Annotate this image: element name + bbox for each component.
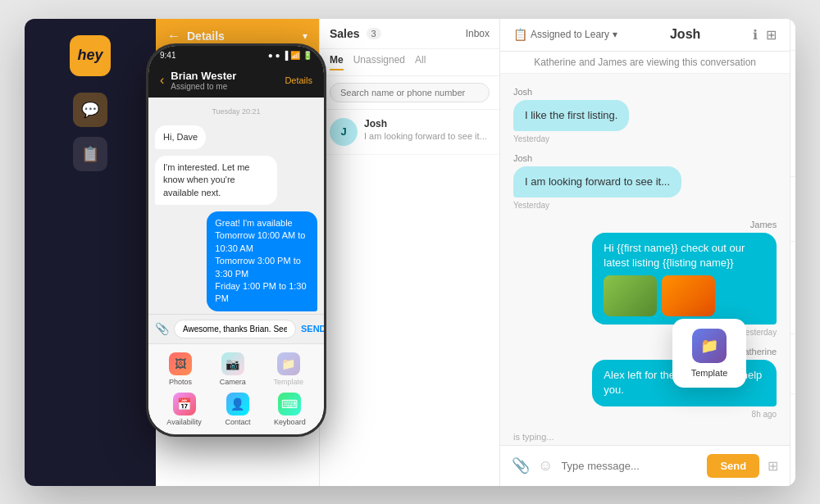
phone-contact-sub: Assigned to me [171, 82, 236, 91]
chat-header: 📋 Assigned to Leary ▾ Josh ℹ ⊞ [500, 19, 790, 52]
phone-time: 9:41 [160, 51, 175, 60]
phone-chat-header: ‹ Brian Wester Assigned to me Details [148, 63, 324, 98]
attachment-icon[interactable]: 📎 [512, 456, 530, 474]
toolbar-contact[interactable]: 👤 Contact [225, 393, 250, 426]
template-icon: 📁 [277, 352, 300, 375]
avatar: J [330, 118, 358, 146]
photos-label: Photos [169, 378, 192, 386]
toolbar-template[interactable]: 📁 Template [274, 352, 304, 386]
message-bubble: I like the first listing. [513, 100, 629, 131]
inbox-button[interactable]: Inbox [466, 28, 490, 39]
back-button[interactable]: ← [167, 29, 180, 43]
profile-section: 👤 StillHere Josh 510-555-3662 Last conta… [790, 51, 795, 177]
sidebar-chat-icon[interactable]: 💬 [73, 93, 107, 127]
phone-screen: 9:41 ● ● ▐ 📶 🔋 ‹ Brian Wester Assigned t… [148, 46, 324, 434]
message-time: Yesterday [513, 134, 777, 143]
emoji-icon[interactable]: ☺ [538, 457, 553, 474]
keyboard-icon: ⌨ [278, 393, 301, 415]
app-container: hey 💬 📋 ← Details ▾ Christopher Dawson (… [25, 19, 795, 486]
phone-message: Hi, Dave [155, 125, 206, 149]
info-icon[interactable]: ℹ [753, 27, 758, 43]
chat-messages: Josh I like the first listing. Yesterday… [500, 74, 790, 429]
availability-icon: 📅 [173, 393, 196, 415]
phone-chat-body: Tuesday 20:21 Hi, Dave I'm interested. L… [148, 98, 324, 314]
photos-icon: 🖼 [169, 352, 192, 375]
template-popup-label: Template [682, 368, 736, 378]
lists-section: Lists VIP San Francisco [790, 242, 795, 334]
send-button[interactable]: Send [707, 454, 759, 478]
phone-message: I'm interested. Let me know when you're … [155, 156, 277, 205]
typing-indicator: is typing... [500, 429, 790, 445]
phone-input-area: 📎 SEND [148, 314, 324, 343]
chat-input-area: 📎 ☺ Send ⊞ [500, 445, 790, 486]
search-input[interactable] [330, 83, 490, 102]
tab-me[interactable]: Me [330, 54, 344, 70]
phone-attachment-icon[interactable]: 📎 [155, 322, 169, 335]
camera-icon: 📷 [221, 352, 244, 375]
phone-overlay: 9:41 ● ● ▐ 📶 🔋 ‹ Brian Wester Assigned t… [146, 43, 326, 437]
chat-title: Josh [670, 27, 700, 42]
conversations-tabs: Me Unassigned All [320, 49, 499, 76]
wifi-icon: ▾ [303, 30, 308, 42]
camera-label: Camera [220, 378, 246, 386]
contact-icon: 👤 [226, 393, 249, 415]
conversations-panel: Sales 3 Inbox Me Unassigned All J Josh I… [320, 19, 500, 486]
conversations-title: Sales [330, 27, 360, 40]
availability-label: Availability [166, 418, 201, 426]
phone-toolbar-row-1: 🖼 Photos 📷 Camera 📁 Template [148, 349, 324, 389]
toolbar-keyboard[interactable]: ⌨ Keyboard [274, 393, 306, 426]
sidebar: hey 💬 📋 [25, 19, 156, 486]
shared-media-section: Shared media [790, 177, 795, 242]
header-icons: ℹ ⊞ [753, 27, 777, 43]
message-images [604, 275, 765, 316]
phone-contact-name: Brian Wester [171, 70, 236, 82]
message-sender: Josh [513, 153, 777, 163]
message-time: 8h ago [513, 410, 777, 419]
toolbar-photos[interactable]: 🖼 Photos [169, 352, 192, 386]
chat-area: 📋 Assigned to Leary ▾ Josh ℹ ⊞ Katherine… [500, 19, 790, 486]
message-group: Josh I am looking forward to see it... Y… [513, 153, 777, 210]
conversations-search [320, 76, 499, 110]
assigned-label: 📋 Assigned to Leary ▾ [513, 28, 617, 41]
phone-message-input[interactable] [174, 320, 296, 338]
phone-toolbar-row-2: 📅 Availability 👤 Contact ⌨ Keyboard [148, 389, 324, 429]
phone-signal: ● ● ▐ 📶 🔋 [268, 51, 312, 60]
message-group: Josh I like the first listing. Yesterday [513, 87, 777, 143]
message-time: Yesterday [513, 201, 777, 210]
tab-all[interactable]: All [415, 54, 426, 70]
notes-section: Notes [790, 334, 795, 394]
toolbar-camera[interactable]: 📷 Camera [220, 352, 246, 386]
conversations-list: J Josh I am looking forward to see it... [320, 110, 499, 486]
sidebar-list-icon[interactable]: 📋 [73, 137, 107, 171]
template-popup: 📁 Template [672, 319, 746, 388]
phone-back-button[interactable]: ‹ [160, 73, 164, 88]
message-input[interactable] [561, 460, 699, 472]
phone-send-button[interactable]: SEND [301, 324, 324, 334]
viewing-banner: Katherine and James are viewing this con… [500, 52, 790, 74]
phone-details-button[interactable]: Details [285, 75, 312, 85]
listing-image-1 [604, 275, 657, 316]
conv-name: Josh [364, 118, 490, 129]
toolbar-availability[interactable]: 📅 Availability [166, 393, 201, 426]
conversations-count: 3 [367, 28, 381, 39]
list-item[interactable]: J Josh I am looking forward to see it... [320, 110, 499, 155]
message-sender: James [513, 220, 777, 229]
template-label: Template [274, 378, 304, 386]
message-bubble: I am looking forward to see it... [513, 166, 681, 198]
phone-toolbar: 🖼 Photos 📷 Camera 📁 Template 📅 [148, 343, 324, 434]
message-sender: Josh [513, 87, 777, 97]
message-bubble: Hi {{first name}} check out our latest l… [592, 233, 777, 325]
listing-image-2 [662, 275, 715, 316]
template-popup-icon: 📁 [692, 329, 727, 363]
chat-options-icon[interactable]: ⊞ [768, 458, 778, 474]
phone-date-divider: Tuesday 20:21 [155, 107, 317, 116]
phone-status-bar: 9:41 ● ● ▐ 📶 🔋 [148, 46, 324, 63]
tab-unassigned[interactable]: Unassigned [353, 54, 405, 70]
contact-label: Contact [225, 418, 250, 426]
folder-icon: 📁 [700, 337, 718, 355]
conversations-header: Sales 3 Inbox [320, 19, 499, 49]
conv-preview: I am looking forward to see it... [364, 131, 490, 141]
phone-message: Great! I'm availableTomorrow 10:00 AM to… [207, 211, 317, 311]
app-logo: hey [70, 35, 111, 76]
grid-icon[interactable]: ⊞ [766, 27, 777, 43]
